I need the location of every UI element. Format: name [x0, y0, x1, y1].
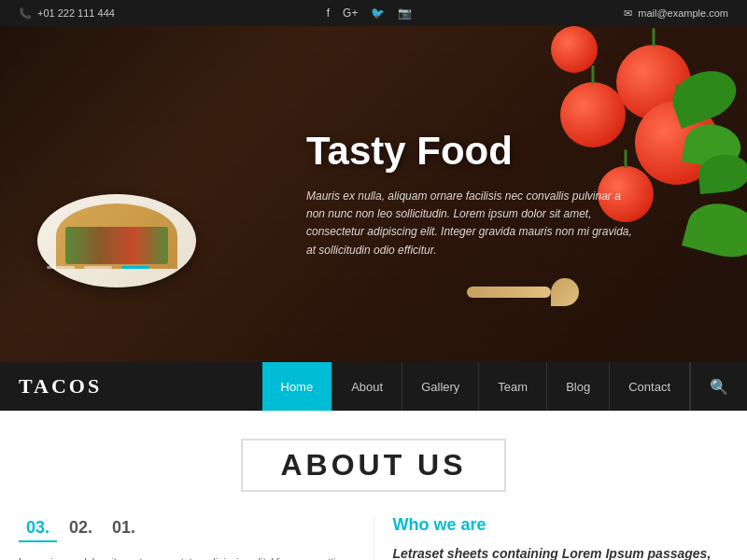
taco-filling	[65, 227, 168, 264]
brand-logo: TACOS	[19, 374, 120, 399]
phone-section: 📞 +01 222 111 444	[19, 7, 115, 20]
spoon-decoration	[467, 278, 579, 306]
nav-gallery[interactable]: Gallery	[402, 362, 479, 411]
social-links[interactable]: f G+ 🐦 📷	[327, 7, 413, 20]
slide-dot-3[interactable]	[121, 266, 149, 269]
slider-dots[interactable]	[47, 266, 149, 269]
tomato-stem-1	[653, 28, 655, 47]
email-section: ✉ mail@example.com	[624, 7, 728, 20]
email-address: mail@example.com	[638, 7, 728, 19]
step-2[interactable]: 02.	[62, 515, 100, 542]
hero-title: Tasty Food	[306, 129, 642, 174]
about-section: ABOUT US 03. 02. 01. Lorem ipsum dolor s…	[0, 411, 747, 560]
email-icon: ✉	[624, 7, 632, 20]
hero-description: Mauris ex nulla, aliquam ornare facilisi…	[306, 188, 642, 259]
search-icon[interactable]: 🔍	[691, 362, 747, 411]
taco	[56, 203, 177, 269]
nav-links: Home About Gallery Team Blog Contact 🔍	[262, 362, 748, 411]
nav-home[interactable]: Home	[262, 362, 333, 411]
slide-dot-2[interactable]	[84, 266, 112, 269]
food-plate	[37, 175, 205, 287]
about-left-text: Lorem ipsum dolor sit amet, consectetur …	[19, 553, 355, 560]
googleplus-icon[interactable]: G+	[343, 7, 358, 20]
nav-blog[interactable]: Blog	[547, 362, 610, 411]
about-title: ABOUT US	[241, 439, 505, 492]
who-we-are-subtitle: Letraset sheets containing Lorem Ipsum p…	[393, 544, 729, 560]
navbar: TACOS Home About Gallery Team Blog Conta…	[0, 362, 747, 411]
slide-dot-1[interactable]	[47, 266, 75, 269]
top-bar: 📞 +01 222 111 444 f G+ 🐦 📷 ✉ mail@exampl…	[0, 0, 747, 26]
hero-section: Tasty Food Mauris ex nulla, aliquam orna…	[0, 26, 747, 362]
step-1[interactable]: 01.	[105, 515, 143, 542]
tomato-5	[551, 26, 598, 73]
tomato-stem-2	[592, 65, 595, 84]
nav-contact[interactable]: Contact	[610, 362, 690, 411]
who-we-are-title: Who we are	[393, 515, 729, 535]
phone-number: +01 222 111 444	[37, 7, 115, 19]
about-content: 03. 02. 01. Lorem ipsum dolor sit amet, …	[0, 515, 747, 560]
steps-nav[interactable]: 03. 02. 01.	[19, 515, 355, 542]
nav-team[interactable]: Team	[479, 362, 547, 411]
about-title-wrap: ABOUT US	[0, 439, 747, 492]
step-3[interactable]: 03.	[19, 515, 57, 542]
nav-about[interactable]: About	[332, 362, 402, 411]
twitter-icon[interactable]: 🐦	[371, 7, 385, 20]
hero-content: Tasty Food Mauris ex nulla, aliquam orna…	[306, 129, 642, 259]
about-left-column: 03. 02. 01. Lorem ipsum dolor sit amet, …	[19, 515, 355, 560]
facebook-icon[interactable]: f	[327, 7, 330, 20]
about-right-column: Who we are Letraset sheets containing Lo…	[374, 515, 729, 560]
instagram-icon[interactable]: 📷	[398, 7, 412, 20]
phone-icon: 📞	[19, 7, 32, 20]
